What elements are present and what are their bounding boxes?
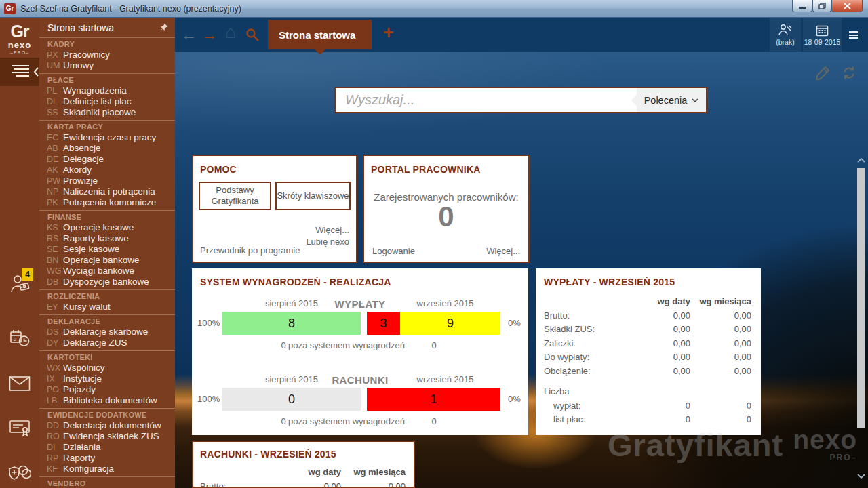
bar-segment: 1 xyxy=(367,388,500,411)
sidebar-item-deklaracje-skarbowe[interactable]: DSDeklaracje skarbowe xyxy=(39,327,175,338)
back-button[interactable]: ← xyxy=(181,26,197,43)
forward-button[interactable]: → xyxy=(201,26,217,43)
scroll-down-button[interactable] xyxy=(856,472,866,480)
card-rachunki-title: RACHUNKI - WRZESIEŃ 2015 xyxy=(200,449,406,460)
date-button[interactable]: 18-09-2015 xyxy=(803,18,842,52)
sidebar-item-instytucje[interactable]: IXInstytucje xyxy=(39,373,175,384)
sidebar-item-kursy-walut[interactable]: EYKursy walut xyxy=(39,302,175,312)
progress-bar: 100%8390% xyxy=(192,312,528,335)
sidebar-item-biblioteka-dokumentów[interactable]: LBBiblioteka dokumentów xyxy=(39,395,175,406)
edit-desktop-button[interactable] xyxy=(815,66,830,83)
shield-coins-icon xyxy=(8,464,31,482)
app-menu-button[interactable] xyxy=(845,18,862,52)
sidebar-section: EWIDENCJE DODATKOWEDDDekretacja dokument… xyxy=(39,408,175,474)
cell-value: 0,00 xyxy=(690,338,751,348)
sidebar-item-code: SE xyxy=(47,244,63,255)
scrollbar-thumb[interactable] xyxy=(857,168,865,428)
sidebar-item-label: Akordy xyxy=(63,165,92,176)
sidebar-item-konfiguracja[interactable]: KFKonfiguracja xyxy=(39,464,175,474)
new-tab-button[interactable]: + xyxy=(383,24,394,41)
rail-menu-button[interactable] xyxy=(0,58,39,86)
portal-more-link[interactable]: Więcej... xyxy=(486,246,520,256)
bar-right-percent: 0% xyxy=(508,312,521,335)
sidebar-item-code: EC xyxy=(47,132,63,143)
rail-payroll-button[interactable]: 4 xyxy=(0,271,39,300)
card-wyplaty-wrzesien: WYPŁATY - WRZESIEŃ 2015 wg datywg miesią… xyxy=(536,268,761,435)
search-input[interactable] xyxy=(336,88,637,112)
rail-calendar-button[interactable]: 2 xyxy=(0,324,39,352)
sidebar-item-label: Deklaracje ZUS xyxy=(63,338,127,348)
bar-month-left-label: sierpień 2015 xyxy=(222,374,361,384)
sidebar-item-sesje-kasowe[interactable]: SESesje kasowe xyxy=(39,244,175,255)
sidebar-item-dyspozycje-bankowe[interactable]: DBDyspozycje bankowe xyxy=(39,277,175,287)
sidebar-item-prowizje[interactable]: PWProwizje xyxy=(39,176,175,186)
sidebar-item-akordy[interactable]: AKAkordy xyxy=(39,165,175,176)
sidebar-item-składniki-płacowe[interactable]: SSSkładniki płacowe xyxy=(39,107,175,118)
search-icon[interactable] xyxy=(245,28,259,47)
basics-button[interactable]: Podstawy Gratyfikanta xyxy=(199,182,271,210)
sidebar-item-ewidencja-składek-zus[interactable]: ROEwidencja składek ZUS xyxy=(39,431,175,442)
sidebar-item-deklaracje-zus[interactable]: DYDeklaracje ZUS xyxy=(39,338,175,348)
sidebar-item-naliczenia-i-potrącenia[interactable]: NPNaliczenia i potrącenia xyxy=(39,186,175,197)
restore-button[interactable] xyxy=(812,0,831,12)
table-row: Składki ZUS:0,000,00 xyxy=(544,323,751,337)
sidebar-item-potrącenia-komornicze[interactable]: PKPotrącenia komornicze xyxy=(39,197,175,208)
pomoc-more-link[interactable]: Więcej... xyxy=(306,224,349,236)
cell-value: 0,00 xyxy=(635,366,690,376)
row-label: Obciążenie: xyxy=(544,366,635,376)
sidebar-item-definicje-list-płac[interactable]: DLDefinicje list płac xyxy=(39,96,175,107)
sidebar-item-pojazdy[interactable]: POPojazdy xyxy=(39,384,175,395)
login-link[interactable]: Logowanie xyxy=(372,246,415,256)
sidebar-item-delegacje[interactable]: DEDelegacje xyxy=(39,154,175,165)
sidebar-item-wspólnicy[interactable]: WXWspólnicy xyxy=(39,363,175,373)
calendar-icon xyxy=(816,24,829,37)
sidebar-item-operacje-kasowe[interactable]: KSOperacje kasowe xyxy=(39,222,175,233)
calendar-clock-icon: 2 xyxy=(9,329,30,348)
cell-value: 0 xyxy=(690,414,751,424)
sidebar-item-strona-startowa[interactable]: Strona startowa xyxy=(39,21,175,35)
user-menu-button[interactable]: (brak) xyxy=(770,18,801,52)
rail-insurance-button[interactable] xyxy=(0,459,39,487)
row-label: Do wypłaty: xyxy=(544,352,635,362)
tab-strona-startowa[interactable]: Strona startowa xyxy=(268,20,372,49)
progress-bar: 100%010% xyxy=(192,388,528,411)
hamburger-icon xyxy=(10,64,29,79)
cell-value: 0,00 xyxy=(635,352,690,362)
search-scope-dropdown[interactable]: Polecenia xyxy=(637,88,706,112)
sidebar-item-wynagrodzenia[interactable]: PLWynagrodzenia xyxy=(39,85,175,96)
sidebar-section-title: KADRY xyxy=(39,39,175,49)
collapse-chevron-icon xyxy=(34,67,39,77)
sidebar-item-label: Wspólnicy xyxy=(63,363,105,373)
sidebar-item-label: Umowy xyxy=(63,60,94,71)
rail-license-button[interactable] xyxy=(0,414,39,443)
sidebar-item-code: PK xyxy=(47,197,63,208)
sidebar-item-label: Delegacje xyxy=(63,154,104,165)
bar-left-percent: 100% xyxy=(197,312,220,335)
rail-mail-button[interactable] xyxy=(0,369,39,398)
sidebar-item-operacje-bankowe[interactable]: BNOperacje bankowe xyxy=(39,255,175,266)
sidebar-item-działania[interactable]: DIDziałania xyxy=(39,442,175,453)
sidebar-item-absencje[interactable]: ABAbsencje xyxy=(39,143,175,154)
minimize-button[interactable] xyxy=(792,0,812,12)
sidebar-item-raporty-kasowe[interactable]: RSRaporty kasowe xyxy=(39,233,175,244)
sidebar-item-pracownicy[interactable]: PXPracownicy xyxy=(39,49,175,60)
close-button[interactable] xyxy=(831,0,863,12)
cell-value: 0,00 xyxy=(690,366,751,376)
sidebar-item-wyciągi-bankowe[interactable]: WGWyciągi bankowe xyxy=(39,266,175,277)
like-nexo-link[interactable]: Lubię nexo xyxy=(306,236,349,247)
shortcuts-button[interactable]: Skróty klawiszowe xyxy=(275,182,351,210)
refresh-button[interactable] xyxy=(842,66,856,83)
sidebar-item-label: Absencje xyxy=(63,143,101,154)
sidebar-item-dekretacja-dokumentów[interactable]: DDDekretacja dokumentów xyxy=(39,420,175,431)
home-icon[interactable]: ⌂ xyxy=(225,23,236,41)
sidebar-item-umowy[interactable]: UMUmowy xyxy=(39,60,175,71)
user-label: (brak) xyxy=(776,38,794,46)
sidebar-item-raporty[interactable]: RPRaporty xyxy=(39,453,175,464)
watermark-product: nexo xyxy=(793,426,857,453)
title-bar: Gr Szef Szef na Gratyfikant - Gratyfikan… xyxy=(0,0,868,18)
program-guide-link[interactable]: Przewodnik po programie xyxy=(200,245,300,256)
scroll-up-button[interactable] xyxy=(856,156,866,164)
bar-segment: 0 xyxy=(222,388,361,411)
sidebar-item-ewidencja-czasu-pracy[interactable]: ECEwidencja czasu pracy xyxy=(39,132,175,143)
top-navigation-bar: ← → ⌂ Strona startowa + (brak) xyxy=(175,18,868,52)
